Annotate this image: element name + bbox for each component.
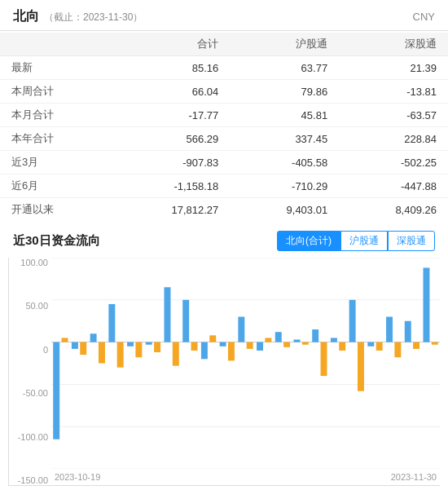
bar-blue <box>331 338 337 342</box>
row-label: 近3月 <box>0 151 111 174</box>
row-shanghai: 9,403.01 <box>230 198 339 222</box>
title-text: 北向 <box>13 9 39 23</box>
bar-blue <box>127 342 134 347</box>
row-shanghai: 79.86 <box>230 80 339 104</box>
x-axis: 2023-10-19 2023-11-30 <box>51 469 440 485</box>
row-label: 最新 <box>0 56 111 80</box>
page-title: 北向（截止：2023-11-30） <box>13 8 143 25</box>
table-row: 最新 85.16 63.77 21.39 <box>0 56 448 80</box>
row-shenzhen: 21.39 <box>339 56 448 80</box>
bars-svg <box>51 258 440 469</box>
bar-blue <box>257 342 263 351</box>
bar-blue <box>72 342 78 349</box>
page-header: 北向（截止：2023-11-30） CNY <box>0 0 448 31</box>
bar-blue <box>182 300 189 342</box>
row-shenzhen: -63.57 <box>339 104 448 127</box>
bar-orange <box>321 342 327 376</box>
row-total: 17,812.27 <box>111 198 230 222</box>
bar-blue <box>275 332 282 342</box>
table-row: 本年合计 566.29 337.45 228.84 <box>0 127 448 151</box>
col-header-total: 合计 <box>111 33 230 56</box>
chart-area: 100.00 50.00 0 -50.00 -100.00 -150.00 <box>8 258 440 486</box>
bar-orange <box>173 342 179 366</box>
bar-orange <box>432 342 438 345</box>
tab-shenzhen[interactable]: 深股通 <box>388 231 435 251</box>
bar-blue <box>405 321 411 342</box>
row-shenzhen: 8,409.26 <box>339 198 448 222</box>
table-row: 开通以来 17,812.27 9,403.01 8,409.26 <box>0 198 448 222</box>
row-total: 566.29 <box>111 127 230 151</box>
bar-blue <box>53 342 59 439</box>
bar-blue <box>238 317 244 342</box>
row-label: 本月合计 <box>0 104 111 127</box>
date-label: （截止：2023-11-30） <box>44 11 143 23</box>
bar-blue <box>349 300 356 342</box>
table-row: 本月合计 -17.77 45.81 -63.57 <box>0 104 448 127</box>
tab-shanghai[interactable]: 沪股通 <box>340 231 388 251</box>
row-shenzhen: -502.25 <box>339 151 448 174</box>
bar-orange <box>228 342 235 361</box>
table-row: 近3月 -907.83 -405.58 -502.25 <box>0 151 448 174</box>
bar-blue <box>312 329 318 342</box>
bar-orange <box>191 342 198 351</box>
table-row: 本周合计 66.04 79.86 -13.81 <box>0 80 448 104</box>
bar-blue <box>201 342 208 360</box>
row-label: 近6月 <box>0 174 111 198</box>
bar-orange <box>302 342 309 345</box>
row-shenzhen: 228.84 <box>339 127 448 151</box>
bar-blue <box>90 333 97 342</box>
bar-orange <box>99 342 105 364</box>
chart-section-header: 近30日资金流向 北向(合计) 沪股通 深股通 <box>0 221 448 258</box>
chart-container: 100.00 50.00 0 -50.00 -100.00 -150.00 <box>0 258 448 494</box>
chart-bars-area <box>51 258 440 469</box>
row-total: -1,158.18 <box>111 174 230 198</box>
bar-blue <box>424 267 430 342</box>
bar-orange <box>413 342 419 349</box>
row-shanghai: 337.45 <box>230 127 339 151</box>
y-label-3: -50.00 <box>23 388 48 398</box>
bar-orange <box>394 342 401 358</box>
table-row: 近6月 -1,158.18 -710.29 -447.88 <box>0 174 448 198</box>
y-label-1: 50.00 <box>25 301 48 311</box>
currency-label: CNY <box>413 11 435 23</box>
row-label: 本周合计 <box>0 80 111 104</box>
y-label-2: 0 <box>43 345 48 355</box>
row-shanghai: -405.58 <box>230 151 339 174</box>
x-label-end: 2023-11-30 <box>391 472 437 482</box>
bar-orange <box>209 335 216 342</box>
bar-orange <box>135 342 142 358</box>
row-total: -907.83 <box>111 151 230 174</box>
row-label: 开通以来 <box>0 198 111 222</box>
row-shanghai: 63.77 <box>230 56 339 80</box>
flow-table: 合计 沪股通 深股通 最新 85.16 63.77 21.39 本周合计 66.… <box>0 33 448 221</box>
x-label-start: 2023-10-19 <box>55 472 100 482</box>
col-header-shanghai: 沪股通 <box>230 33 339 56</box>
chart-title: 近30日资金流向 <box>13 233 100 249</box>
bar-orange <box>62 338 68 342</box>
bar-orange <box>117 342 124 368</box>
row-shanghai: 45.81 <box>230 104 339 127</box>
bar-orange <box>283 342 290 347</box>
y-axis: 100.00 50.00 0 -50.00 -100.00 -150.00 <box>9 258 51 485</box>
bar-blue <box>220 342 226 347</box>
col-header-shenzhen: 深股通 <box>339 33 448 56</box>
tab-north-total[interactable]: 北向(合计) <box>277 231 340 251</box>
bar-orange <box>339 342 345 351</box>
bar-blue <box>294 339 301 342</box>
bar-orange <box>376 342 383 351</box>
bar-orange <box>265 338 271 342</box>
bar-orange <box>154 342 160 352</box>
table-header-row: 合计 沪股通 深股通 <box>0 33 448 56</box>
row-shanghai: -710.29 <box>230 174 339 198</box>
row-shenzhen: -13.81 <box>339 80 448 104</box>
row-total: -17.77 <box>111 104 230 127</box>
row-shenzhen: -447.88 <box>339 174 448 198</box>
bar-blue <box>367 342 374 347</box>
col-header-label <box>0 33 111 56</box>
y-label-5: -150.00 <box>18 475 48 485</box>
bar-blue <box>165 287 171 342</box>
bar-orange <box>80 342 86 355</box>
bar-orange <box>358 342 364 391</box>
bar-orange <box>247 342 253 349</box>
row-label: 本年合计 <box>0 127 111 151</box>
